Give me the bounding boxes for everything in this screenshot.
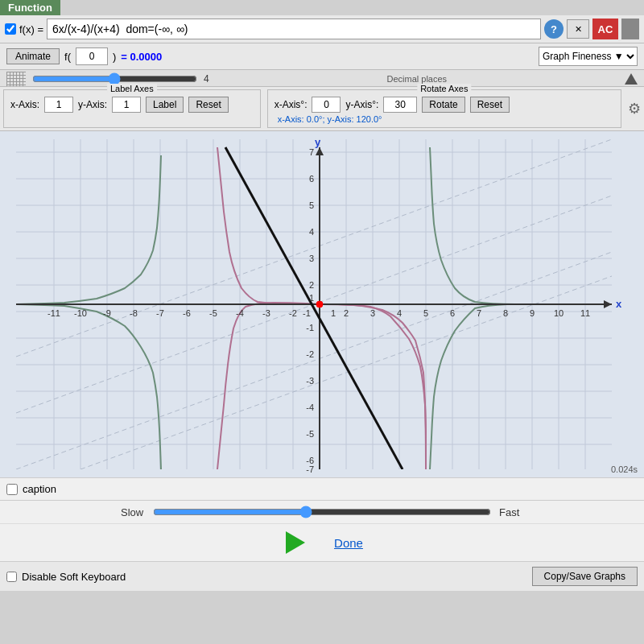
f-close-paren: ) xyxy=(113,51,116,63)
speed-slider[interactable] xyxy=(153,506,491,518)
svg-text:-5: -5 xyxy=(209,308,217,318)
copy-save-button[interactable]: Copy/Save Graphs xyxy=(532,567,638,586)
caption-row: caption xyxy=(0,477,644,501)
svg-text:-7: -7 xyxy=(156,308,164,318)
caption-label: caption xyxy=(23,483,56,495)
rotate-axes-panel: Rotate Axes x-Axis°: y-Axis°: Rotate Res… xyxy=(267,89,621,128)
rotate-reset-button[interactable]: Reset xyxy=(470,97,510,113)
graph-fineness-select[interactable]: Graph Fineness ▼ xyxy=(539,47,638,66)
svg-text:10: 10 xyxy=(554,308,564,318)
svg-text:-10: -10 xyxy=(74,308,87,318)
slider-row: 4 Decimal places xyxy=(0,70,644,87)
decimal-places-label: Decimal places xyxy=(387,74,448,84)
disable-keyboard-checkbox[interactable] xyxy=(6,572,17,582)
slider-value: 4 xyxy=(204,73,209,85)
svg-text:-3: -3 xyxy=(262,308,270,318)
svg-text:9: 9 xyxy=(530,308,535,318)
play-button[interactable] xyxy=(281,529,310,556)
svg-text:-1: -1 xyxy=(306,323,314,332)
fast-label: Fast xyxy=(499,506,523,518)
keyboard-row: Disable Soft Keyboard Copy/Save Graphs xyxy=(0,561,644,591)
svg-text:1: 1 xyxy=(309,293,314,303)
svg-text:7: 7 xyxy=(309,147,314,157)
svg-text:-7: -7 xyxy=(306,464,314,474)
svg-text:6: 6 xyxy=(309,174,314,184)
svg-text:-11: -11 xyxy=(47,308,60,318)
svg-text:7: 7 xyxy=(477,308,481,318)
svg-text:5: 5 xyxy=(309,200,314,210)
label-reset-button[interactable]: Reset xyxy=(188,97,228,113)
svg-text:11: 11 xyxy=(580,308,590,318)
svg-text:3: 3 xyxy=(309,254,314,263)
svg-text:y: y xyxy=(315,136,321,148)
svg-text:x: x xyxy=(616,298,622,310)
done-button[interactable]: Done xyxy=(334,536,363,550)
svg-text:-3: -3 xyxy=(306,376,314,386)
svg-text:-2: -2 xyxy=(289,308,297,318)
gear-icon[interactable]: ⚙ xyxy=(625,87,644,130)
rotate-axes-title: Rotate Axes xyxy=(417,84,471,93)
rx-axis-input[interactable] xyxy=(312,97,341,113)
fx-label: f(x) = xyxy=(19,23,43,35)
function-row: f(x) = ? ✕ AC xyxy=(0,15,644,43)
animate-value-input[interactable] xyxy=(76,47,108,65)
label-axes-title: Label Axes xyxy=(107,84,157,93)
svg-text:-1: -1 xyxy=(303,308,311,318)
timing-display: 0.024s xyxy=(611,464,638,474)
triangle-up-button[interactable] xyxy=(625,73,638,85)
svg-text:-8: -8 xyxy=(130,308,138,318)
svg-text:1: 1 xyxy=(331,308,336,318)
svg-text:-5: -5 xyxy=(306,429,314,439)
ry-axis-label: y-Axis°: xyxy=(345,99,378,110)
graph-container[interactable]: (0.39, 1.21) (392, 182) RAD Polar « + 1 … xyxy=(0,131,644,477)
svg-text:2: 2 xyxy=(344,308,349,318)
function-tab[interactable]: Function xyxy=(0,0,60,15)
help-button[interactable]: ? xyxy=(544,19,564,39)
svg-text:3: 3 xyxy=(370,308,375,318)
grid-icon xyxy=(6,72,26,86)
delete-button[interactable]: ✕ xyxy=(567,19,589,39)
svg-text:-2: -2 xyxy=(306,349,314,359)
svg-text:8: 8 xyxy=(503,308,508,318)
svg-text:6: 6 xyxy=(450,308,455,318)
label-axes-panel: Label Axes x-Axis: y-Axis: Label Reset xyxy=(3,89,261,128)
animate-button[interactable]: Animate xyxy=(6,48,60,64)
svg-point-47 xyxy=(316,301,323,308)
svg-text:-9: -9 xyxy=(103,308,111,318)
x-axis-input[interactable] xyxy=(44,97,73,113)
slow-label: Slow xyxy=(121,506,145,518)
y-axis-label: y-Axis: xyxy=(78,99,107,110)
svg-text:4: 4 xyxy=(309,227,314,237)
animate-result: = 0.0000 xyxy=(121,51,162,63)
rotate-button[interactable]: Rotate xyxy=(422,97,464,113)
ac-button[interactable]: AC xyxy=(592,19,618,39)
label-button[interactable]: Label xyxy=(146,97,184,113)
play-done-row: Done xyxy=(0,523,644,561)
axes-note: x-Axis: 0.0°; y-Axis: 120.0° xyxy=(275,114,614,124)
svg-text:-4: -4 xyxy=(306,402,314,412)
caption-checkbox[interactable] xyxy=(6,484,18,495)
graph-svg: x y -11 -10 -9 -8 -7 -6 -5 -4 -3 -2 -1 1… xyxy=(0,131,644,477)
play-triangle-icon xyxy=(286,531,305,554)
axes-row: Label Axes x-Axis: y-Axis: Label Reset R… xyxy=(0,87,644,131)
ry-axis-input[interactable] xyxy=(383,97,417,113)
function-input[interactable] xyxy=(47,19,541,39)
rx-axis-label: x-Axis°: xyxy=(275,99,308,110)
svg-text:5: 5 xyxy=(423,308,428,318)
f-open-label: f( xyxy=(64,51,71,63)
disable-keyboard-label: Disable Soft Keyboard xyxy=(22,571,126,583)
svg-text:4: 4 xyxy=(397,308,402,318)
y-axis-input[interactable] xyxy=(112,97,141,113)
animate-row: Animate f( ) = 0.0000 Graph Fineness ▼ xyxy=(0,43,644,70)
svg-text:2: 2 xyxy=(309,280,314,290)
svg-text:-4: -4 xyxy=(236,308,244,318)
svg-text:-6: -6 xyxy=(183,308,191,318)
speed-row: Slow Fast xyxy=(0,501,644,523)
menu-button[interactable] xyxy=(621,19,639,39)
x-axis-label: x-Axis: xyxy=(10,99,39,110)
function-checkbox[interactable] xyxy=(5,23,16,35)
